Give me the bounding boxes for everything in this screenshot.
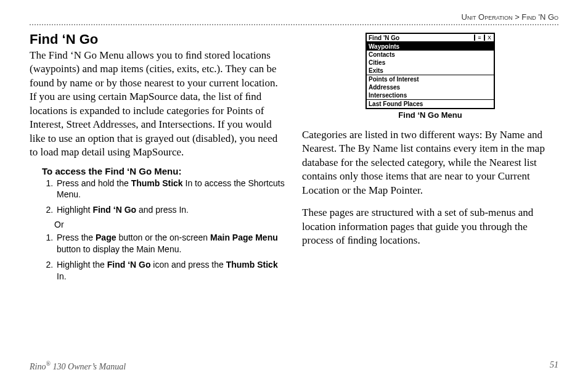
menu-item-exits: Exits bbox=[367, 67, 494, 75]
page-footer: Rino® 130 Owner’s Manual 51 bbox=[30, 360, 558, 372]
step-text: In. bbox=[57, 271, 67, 281]
steps-list-b: Press the Page button or the on-screen M… bbox=[42, 232, 286, 282]
header-rule bbox=[30, 24, 558, 25]
step-text: button or the on-screen bbox=[116, 233, 211, 242]
page-number: 51 bbox=[550, 360, 558, 372]
body-paragraph: Categories are listed in two different w… bbox=[302, 128, 558, 197]
manual-page: Unit Operation > Find 'N Go Find ‘N Go T… bbox=[0, 0, 588, 383]
step-text: button to display the Main Menu. bbox=[57, 244, 181, 254]
breadcrumb: Unit Operation > Find 'N Go bbox=[30, 12, 558, 24]
step-text: icon and press the bbox=[150, 260, 226, 270]
menu-item-addresses: Addresses bbox=[367, 83, 494, 91]
close-icon: X bbox=[484, 35, 494, 41]
menu-item-waypoints: Waypoints bbox=[367, 43, 494, 51]
bold-term: Find ‘N Go bbox=[92, 205, 136, 215]
procedure-heading: To access the Find ‘N Go Menu: bbox=[42, 166, 286, 176]
or-separator: Or bbox=[54, 220, 286, 229]
bold-term: Page bbox=[96, 233, 116, 242]
right-column: Find 'N Go ≡ X Waypoints Contacts Cities… bbox=[302, 29, 558, 286]
steps-list-a: Press and hold the Thumb Stick In to acc… bbox=[42, 178, 286, 216]
left-column: Find ‘N Go The Find ‘N Go Menu allows yo… bbox=[30, 29, 286, 286]
body-paragraph: These pages are structured with a set of… bbox=[302, 206, 558, 247]
step-text: Press the bbox=[57, 233, 96, 242]
bold-term: Find ‘N Go bbox=[107, 260, 151, 270]
menu-item-poi: Points of Interest bbox=[367, 75, 494, 83]
footer-product-name: Rino bbox=[30, 362, 46, 371]
bold-term: Thumb Stick bbox=[226, 260, 278, 270]
menu-item-intersections: Intersections bbox=[367, 91, 494, 99]
intro-paragraph: The Find ‘N Go Menu allows you to ﬁnd st… bbox=[30, 49, 286, 160]
bold-term: Thumb Stick bbox=[131, 178, 183, 188]
step-item: Highlight Find ‘N Go and press In. bbox=[55, 204, 286, 216]
footer-product: Rino® 130 Owner’s Manual bbox=[30, 360, 126, 372]
step-text: Highlight the bbox=[57, 260, 107, 270]
step-item: Press and hold the Thumb Stick In to acc… bbox=[55, 178, 286, 201]
menu-item-cities: Cities bbox=[367, 59, 494, 67]
two-column-layout: Find ‘N Go The Find ‘N Go Menu allows yo… bbox=[30, 29, 558, 286]
menu-icon: ≡ bbox=[474, 35, 484, 41]
window-title: Find 'N Go bbox=[367, 35, 474, 41]
step-item: Press the Page button or the on-screen M… bbox=[55, 232, 286, 255]
step-text: Press and hold the bbox=[57, 178, 131, 188]
window-titlebar: Find 'N Go ≡ X bbox=[367, 34, 494, 43]
breadcrumb-section: Unit Operation bbox=[462, 12, 513, 22]
menu-item-last-found: Last Found Places bbox=[367, 100, 494, 108]
step-text: Highlight bbox=[57, 205, 92, 215]
menu-item-contacts: Contacts bbox=[367, 51, 494, 59]
step-text: and press In. bbox=[136, 205, 189, 215]
step-item: Highlight the Find ‘N Go icon and press … bbox=[55, 259, 286, 282]
bold-term: Main Page Menu bbox=[210, 233, 278, 242]
menu-screenshot-figure: Find 'N Go ≡ X Waypoints Contacts Cities… bbox=[365, 33, 495, 120]
find-n-go-window: Find 'N Go ≡ X Waypoints Contacts Cities… bbox=[365, 33, 495, 109]
breadcrumb-sep: > bbox=[515, 12, 520, 22]
figure-caption: Find ‘N Go Menu bbox=[365, 110, 495, 120]
breadcrumb-page: Find 'N Go bbox=[521, 12, 558, 22]
footer-product-tail: 130 Owner’s Manual bbox=[51, 362, 126, 371]
section-title: Find ‘N Go bbox=[30, 31, 286, 47]
registered-mark-icon: ® bbox=[46, 360, 51, 367]
